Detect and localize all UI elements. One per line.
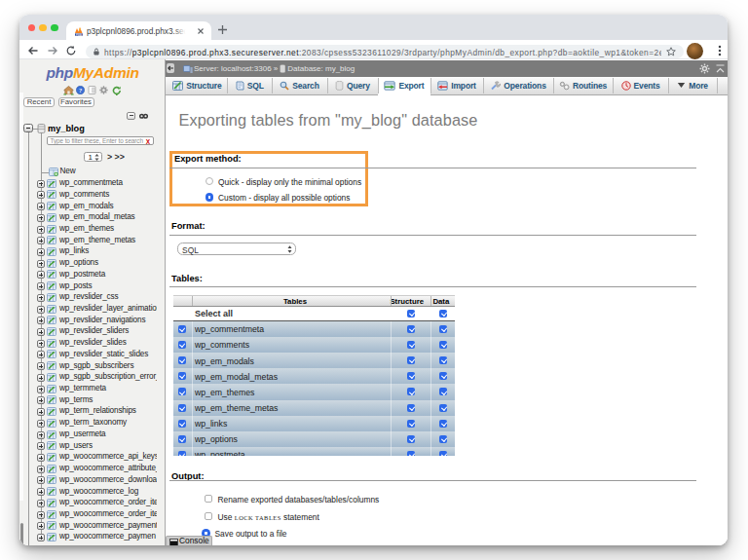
svg-text:PMA: PMA — [76, 32, 82, 36]
svg-text:?: ? — [79, 87, 82, 93]
